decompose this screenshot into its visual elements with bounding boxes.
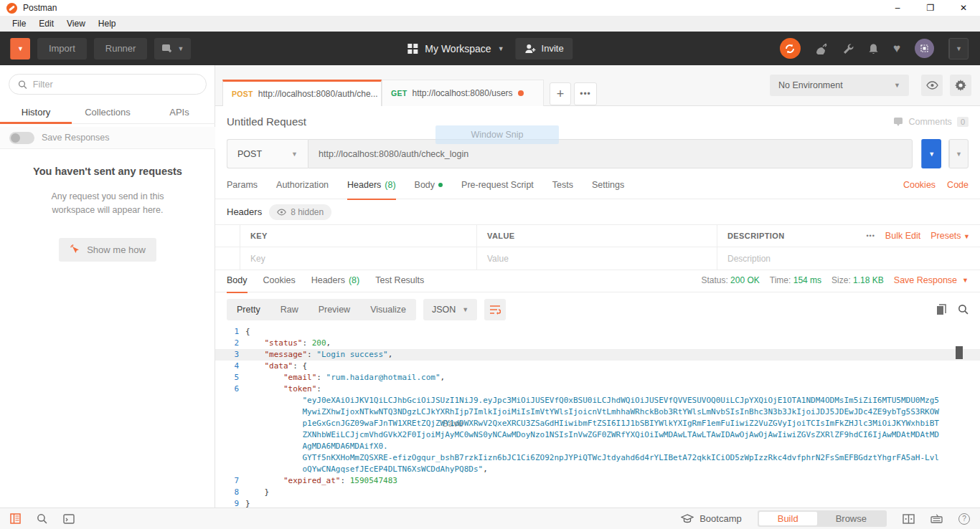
restore-button[interactable]: ❐ — [914, 0, 947, 16]
tab-headers[interactable]: Headers (8) — [347, 171, 396, 199]
view-preview[interactable]: Preview — [308, 299, 360, 320]
api-network-button[interactable] — [815, 43, 828, 54]
favorites-button[interactable]: ♥ — [893, 42, 900, 56]
import-button[interactable]: Import — [37, 38, 87, 59]
toggle-sidebar-button[interactable] — [10, 513, 21, 524]
open-tab-1[interactable]: POST http://localhost:8080/auth/che... — [222, 80, 382, 106]
send-button[interactable]: Send ▼ — [921, 139, 941, 168]
filter-input[interactable] — [33, 80, 197, 90]
code-line[interactable]: ZXNhbWEiLCJjcmVhdGVkX2F0IjoiMjAyMC0wNS0y… — [215, 429, 980, 441]
response-tab-body[interactable]: Body — [227, 269, 248, 292]
sync-status-button[interactable] — [780, 38, 801, 59]
open-tab-2[interactable]: GET http://localhost:8080/users — [382, 80, 544, 106]
code-line[interactable]: 6 "token": — [215, 383, 980, 395]
copy-response-button[interactable] — [936, 304, 946, 315]
key-cell-placeholder[interactable]: Key — [240, 247, 477, 270]
menu-help[interactable]: Help — [92, 17, 123, 30]
code-line[interactable]: p1eGxGcnJGZ09waFJnTW1XREtZQjZWY1dDWXRwV2… — [215, 418, 980, 429]
code-line[interactable]: AgMDA6MDA6MDAifX0. — [215, 441, 980, 452]
menu-file[interactable]: File — [6, 17, 32, 30]
response-scrollbar[interactable] — [956, 336, 963, 507]
view-raw[interactable]: Raw — [270, 299, 308, 320]
code-line[interactable]: "eyJ0eXAiOiJKV1QiLCJhbGciOiJSUzI1NiJ9.ey… — [215, 395, 980, 406]
shortcuts-button[interactable] — [930, 514, 943, 523]
tab-settings[interactable]: Settings — [592, 171, 624, 199]
new-button[interactable]: New ▼ — [10, 38, 30, 59]
save-dropdown-caret[interactable]: ▼ — [949, 140, 968, 168]
response-tab-cookies[interactable]: Cookies — [263, 269, 296, 292]
two-pane-button[interactable] — [903, 514, 915, 524]
environment-settings-button[interactable] — [950, 75, 971, 96]
find-button[interactable] — [37, 513, 47, 524]
presets-dropdown[interactable]: Presets ▼ — [930, 231, 970, 241]
code-link[interactable]: Code — [947, 180, 969, 190]
minimize-button[interactable]: – — [881, 0, 914, 16]
invite-button[interactable]: Invite — [516, 38, 573, 59]
table-options-button[interactable]: ••• — [866, 232, 875, 239]
save-response-button[interactable]: Save Response▼ — [894, 275, 969, 285]
code-line[interactable]: 5 "email": "rum.haidar@hotmail.com", — [215, 372, 980, 383]
view-visualize[interactable]: Visualize — [360, 299, 416, 320]
runner-button[interactable]: Runner — [94, 38, 148, 59]
environment-quicklook-button[interactable] — [921, 75, 943, 96]
browse-tab[interactable]: Browse — [817, 512, 885, 525]
bootcamp-button[interactable]: Bootcamp — [681, 513, 742, 524]
code-line[interactable]: 7 "expired_at": 1590547483 — [215, 475, 980, 487]
method-selector[interactable]: POST ▼ — [227, 139, 308, 168]
new-tab-button[interactable]: + — [550, 82, 571, 105]
value-cell-placeholder[interactable]: Value — [477, 247, 717, 270]
comments-button[interactable]: Comments 0 — [893, 117, 969, 127]
upgrade-dropdown-caret[interactable]: ▼ — [949, 39, 968, 59]
tab-params[interactable]: Params — [227, 171, 258, 199]
bulk-edit-link[interactable]: Bulk Edit — [885, 231, 920, 241]
tab-apis[interactable]: APIs — [143, 103, 215, 123]
tab-options-button[interactable]: ••• — [574, 82, 597, 105]
settings-wrench-button[interactable] — [842, 43, 854, 54]
request-title[interactable]: Untitled Request — [227, 115, 306, 128]
tab-authorization[interactable]: Authorization — [276, 171, 329, 199]
save-responses-toggle[interactable] — [9, 132, 34, 144]
tab-prerequest-script[interactable]: Pre-request Script — [461, 171, 534, 199]
environment-selector[interactable]: No Environment ▼ — [770, 75, 909, 96]
code-line[interactable]: 1{ — [215, 326, 980, 338]
save-button[interactable]: Save ▼ — [948, 139, 969, 168]
view-pretty[interactable]: Pretty — [227, 299, 270, 320]
code-line[interactable]: 2 "status": 200, — [215, 338, 980, 349]
new-dropdown-caret[interactable]: ▼ — [10, 38, 30, 59]
response-tab-test-results[interactable]: Test Results — [375, 269, 424, 292]
build-tab[interactable]: Build — [759, 512, 817, 525]
console-button[interactable] — [63, 514, 75, 524]
filter-search[interactable] — [9, 74, 207, 95]
code-line[interactable]: 3 "message": "Login success", — [215, 349, 980, 361]
cookies-link[interactable]: Cookies — [903, 180, 936, 190]
tab-history[interactable]: History — [0, 103, 72, 123]
menu-edit[interactable]: Edit — [32, 17, 60, 30]
show-me-how-button[interactable]: Show me how — [59, 238, 156, 262]
hidden-headers-pill[interactable]: 8 hidden — [269, 204, 331, 220]
code-line[interactable]: GYTf5nKXHoMmZQSXRE-efizOgqur_bshB7rzkIiz… — [215, 452, 980, 464]
tab-collections[interactable]: Collections — [72, 103, 143, 123]
scrollbar-thumb[interactable] — [956, 346, 963, 359]
send-dropdown-caret[interactable]: ▼ — [921, 139, 941, 168]
notifications-button[interactable] — [868, 43, 879, 54]
response-body-editor[interactable]: 1{2 "status": 200,3 "message": "Login su… — [215, 326, 980, 507]
code-line[interactable]: oQYwCNAgqsefJEcEP4DLTN6XsWCDdAhyPQ8Ds", — [215, 464, 980, 475]
search-response-button[interactable] — [958, 304, 969, 315]
upgrade-button[interactable]: Upgrade ▼ — [948, 38, 969, 59]
help-icon[interactable]: ? — [958, 513, 970, 525]
format-selector[interactable]: JSON ▼ — [423, 299, 477, 320]
tab-body[interactable]: Body — [415, 171, 443, 199]
code-line[interactable]: 8 } — [215, 487, 980, 498]
tab-tests[interactable]: Tests — [552, 171, 573, 199]
close-button[interactable]: ✕ — [947, 0, 980, 16]
response-tab-headers[interactable]: Headers (8) — [311, 269, 360, 292]
workspace-selector[interactable]: My Workspace ▼ — [407, 43, 504, 54]
description-cell-placeholder[interactable]: Description — [717, 247, 980, 270]
wrap-text-button[interactable] — [484, 299, 506, 320]
menu-view[interactable]: View — [60, 17, 92, 30]
new-window-button[interactable]: ▼ — [154, 38, 191, 59]
code-line[interactable]: 4 "data": { — [215, 361, 980, 372]
user-avatar[interactable] — [915, 39, 934, 58]
code-line[interactable]: MywiZXhwIjoxNTkwNTQ3NDgzLCJkYXRhIjp7Imlk… — [215, 406, 980, 418]
code-line[interactable]: 9} — [215, 498, 980, 507]
